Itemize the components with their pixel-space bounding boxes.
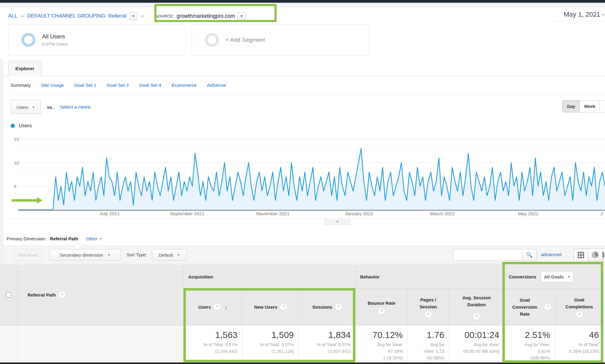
granularity-week-button[interactable]: Week (580, 100, 600, 112)
chart-collapse-button[interactable]: ▼ (324, 218, 350, 225)
totals-goal-conversion-rate-cell: 2.51% Avg for View:0.61%(309.56%) (504, 325, 555, 361)
screenshot-bottom-edge (0, 362, 605, 364)
primary-dimension-row: Primary Dimension: Referral Path Other ▼ (7, 236, 102, 241)
breadcrumb-all-link[interactable]: ALL (8, 13, 17, 19)
totals-checkbox-cell (0, 325, 17, 361)
add-segment-label: + Add Segment (225, 37, 265, 43)
metric-dropdown[interactable]: Users ▼ (11, 100, 41, 114)
sort-type-dropdown[interactable]: Default ▼ (152, 249, 187, 261)
subtab-ecommerce[interactable]: Ecommerce (172, 83, 197, 88)
svg-text:September 2021: September 2021 (170, 211, 205, 216)
sessions-total-value: 1,834 (328, 330, 351, 340)
column-header-avg-session-duration[interactable]: Avg. Session Duration ? (449, 289, 504, 325)
goal-conversion-rate-total-value: 2.51% (525, 330, 550, 340)
referral-path-table: Referral Path ? Acquisition Behavior Con… (0, 265, 605, 364)
granularity-toggle: Day Week (562, 100, 605, 112)
subtab-summary[interactable]: Summary (11, 83, 31, 88)
column-header-pages-session[interactable]: Pages / Session ? (407, 289, 449, 325)
totals-row-label-cell (17, 325, 183, 361)
column-header-new-users[interactable]: New Users ? (242, 289, 298, 325)
avg-session-duration-column-label: Avg. Session Duration (457, 294, 496, 308)
date-range-selector[interactable]: May 1, 2021 - (551, 8, 605, 21)
help-icon[interactable]: ? (544, 304, 551, 310)
primary-dimension-referral-path[interactable]: Referral Path (50, 236, 78, 241)
metric-picker-row: Users ▼ vs. Select a metric (11, 100, 91, 114)
all-goals-dropdown[interactable]: All Goals ▼ (541, 271, 574, 282)
browser-top-strip (0, 0, 605, 3)
column-header-goal-completions[interactable]: Goal Completions ? (555, 289, 603, 325)
granularity-day-button[interactable]: Day (562, 100, 580, 112)
column-header-goal-conversion-rate[interactable]: Goal Conversion Rate ? (504, 289, 555, 325)
svg-text:July 2021: July 2021 (100, 211, 120, 216)
select-a-metric-link[interactable]: Select a metric (60, 104, 91, 110)
vs-label: vs. (47, 105, 53, 110)
totals-goal-completions-cell: 46 % of Total:0.28% (16,155) (555, 325, 603, 361)
segment-chip-all-users[interactable]: All Users 0.07% Users (8, 24, 186, 56)
bounce-rate-total-value: 70.12% (373, 330, 403, 340)
advanced-search-link[interactable]: advanced (541, 252, 561, 257)
svg-text:May 2022: May 2022 (518, 211, 538, 216)
breadcrumb-channel-grouping-link[interactable]: DEFAULT CHANNEL GROUPING: Referral (27, 13, 126, 19)
svg-text:March 2022: March 2022 (430, 211, 455, 216)
svg-text:10: 10 (14, 160, 19, 165)
svg-text:15: 15 (14, 137, 19, 142)
svg-text:November 2021: November 2021 (256, 211, 289, 216)
referral-path-header: Referral Path ? (17, 265, 183, 325)
metric-dropdown-label: Users (16, 105, 28, 110)
behavior-label: Behavior (360, 274, 380, 279)
tab-explorer[interactable]: Explorer (8, 61, 41, 76)
subtab-goal-set-1[interactable]: Goal Set 1 (74, 83, 96, 88)
column-header-bounce-rate[interactable]: Bounce Rate ? (355, 289, 407, 325)
add-segment-button[interactable]: + Add Segment (192, 24, 369, 56)
help-icon[interactable]: ? (473, 314, 480, 320)
subtab-goal-set-4[interactable]: Goal Set 4 (139, 83, 161, 88)
primary-dimension-label: Primary Dimension: (7, 236, 46, 241)
channel-grouping-dropdown-button[interactable]: ▼ (129, 12, 137, 20)
plot-rows-button[interactable]: Plot Rows (14, 249, 42, 261)
help-icon[interactable]: ? (280, 304, 287, 310)
chart-legend: Users (11, 123, 32, 128)
help-icon[interactable]: ? (378, 308, 385, 314)
help-icon[interactable]: ? (335, 304, 342, 310)
search-input[interactable] (453, 249, 522, 261)
column-header-users[interactable]: Users ? ↓ (183, 289, 242, 325)
other-link-label: Other (86, 236, 97, 241)
magnifier-icon: 🔍 (526, 252, 533, 258)
all-goals-label: All Goals (544, 274, 564, 279)
subtab-adsense[interactable]: AdSense (207, 83, 226, 88)
subtab-goal-set-2[interactable]: Goal Set 2 (107, 83, 129, 88)
group-header-acquisition: Acquisition (183, 265, 355, 289)
new-users-total-value: 1,509 (271, 330, 294, 340)
sort-descending-icon[interactable]: ↓ (225, 303, 228, 311)
subtab-site-usage[interactable]: Site Usage (41, 83, 64, 88)
help-icon[interactable]: ? (214, 304, 220, 310)
referral-path-header-label: Referral Path (28, 292, 56, 297)
help-icon[interactable]: ? (576, 311, 583, 318)
source-dropdown-button[interactable]: ▼ (238, 12, 246, 20)
segment-title: All Users (42, 33, 68, 40)
secondary-dimension-dropdown[interactable]: Secondary dimension ▼ (49, 249, 120, 261)
source-label: SOURCE: (155, 14, 174, 18)
breadcrumb-source: SOURCE: growthmarketingpro.com ▼ (155, 12, 246, 20)
totals-avg-duration-cell: 00:01:24 Avg for View:00:00:45 (86.43%) (449, 325, 504, 361)
help-icon[interactable]: ? (425, 311, 432, 318)
group-header-behavior: Behavior (355, 265, 504, 289)
performance-view-button-clipped[interactable] (602, 249, 605, 261)
percentage-view-button[interactable] (588, 249, 602, 261)
bar-chart-icon (603, 252, 605, 258)
granularity-month-button-clipped[interactable] (600, 100, 605, 112)
select-all-checkbox[interactable] (6, 292, 11, 297)
svg-text:5: 5 (14, 184, 16, 189)
date-range-label: May 1, 2021 - (564, 11, 604, 18)
table-view-toggle (574, 249, 605, 261)
chevron-down-icon: ▼ (240, 14, 243, 18)
pages-session-total-value: 1.76 (427, 330, 444, 340)
search-button[interactable]: 🔍 (522, 249, 537, 261)
avg-duration-total-value: 00:01:24 (465, 330, 499, 340)
select-all-cell (0, 265, 17, 325)
primary-dimension-other[interactable]: Other ▼ (86, 236, 102, 241)
column-header-sessions[interactable]: Sessions ? (298, 289, 355, 325)
data-view-button[interactable] (574, 249, 588, 261)
help-icon[interactable]: ? (59, 292, 65, 298)
table-toolbar: Plot Rows Secondary dimension ▼ Sort Typ… (3, 245, 605, 264)
